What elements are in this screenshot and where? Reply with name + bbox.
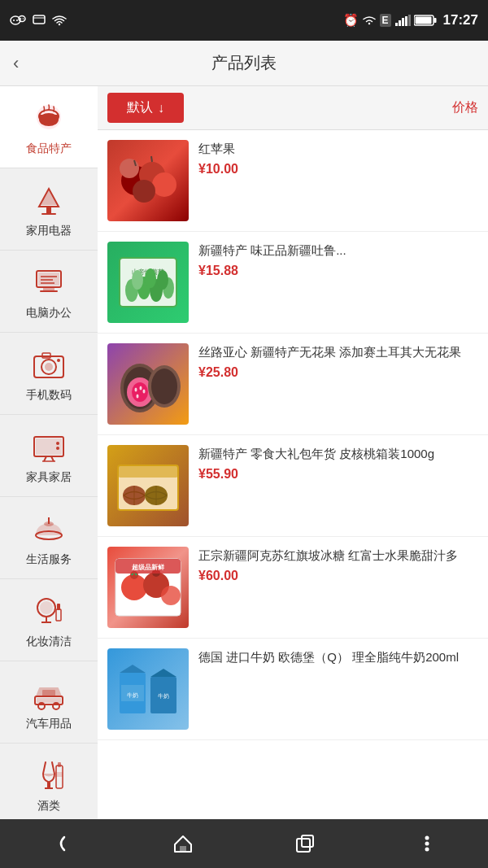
svg-point-82 (135, 388, 137, 392)
filter-bar: 默认 ↓ 价格 (98, 86, 488, 130)
beauty-icon (29, 591, 68, 630)
product-name-5: 正宗新疆阿克苏红旗坡冰糖 红富士水果脆甜汁多 (198, 547, 478, 564)
tv-icon (29, 426, 68, 465)
svg-point-65 (133, 180, 155, 203)
svg-rect-38 (36, 438, 62, 455)
svg-text:牛奶: 牛奶 (127, 692, 138, 699)
table-row[interactable]: 新疆特产 零食大礼包年货 皮核桃箱装1000g ¥55.90 (98, 435, 488, 537)
svg-rect-10 (402, 18, 404, 26)
wifi-icon2 (362, 15, 377, 26)
back-button[interactable]: ‹ (13, 53, 19, 74)
svg-point-114 (425, 842, 429, 846)
sidebar-item-appliance[interactable]: 家用电器 (0, 168, 98, 251)
signal-bars-icon (394, 15, 411, 26)
status-bar: ⏰ E 17:27 (0, 0, 488, 41)
product-image-5: 超级品新鲜 (107, 547, 189, 628)
sidebar-item-wine[interactable]: 酒类 (0, 744, 98, 819)
sidebar-item-auto[interactable]: 汽车用品 (0, 661, 98, 744)
wine-icon (29, 755, 68, 794)
svg-text:牛奶: 牛奶 (158, 693, 169, 700)
svg-point-76 (145, 268, 156, 288)
category-sidebar: 食品特产 家用电器 (0, 86, 98, 819)
sidebar-item-food[interactable]: 食品特产 (0, 86, 98, 168)
svg-marker-103 (120, 665, 146, 673)
svg-point-2 (16, 20, 18, 21)
svg-rect-8 (395, 23, 398, 26)
nav-more-button[interactable] (407, 823, 447, 864)
nav-recent-button[interactable] (285, 823, 325, 864)
filter-price-button[interactable]: 价格 (452, 99, 478, 116)
main-content: 食品特产 家用电器 (0, 86, 488, 819)
computer-icon (29, 262, 68, 301)
sidebar-item-furniture[interactable]: 家具家居 (0, 415, 98, 497)
product-image-4 (107, 445, 189, 526)
e-signal-icon: E (380, 14, 391, 27)
svg-point-48 (40, 601, 53, 614)
svg-point-64 (152, 172, 176, 197)
table-row[interactable]: 红苹果 ¥10.00 (98, 130, 488, 232)
header: ‹ 产品列表 (0, 41, 488, 86)
svg-point-4 (20, 18, 22, 20)
svg-rect-23 (46, 207, 51, 213)
product-info-6: 德国 进口牛奶 欧德堡（Q） 理全脂纯牛奶200ml (198, 648, 478, 670)
product-name-3: 丝路亚心 新疆特产无花果 添加赛土耳其大无花果 (198, 343, 478, 360)
nav-back-button[interactable] (41, 823, 81, 864)
sidebar-item-computer[interactable]: 电脑办公 (0, 251, 98, 333)
alarm-icon: ⏰ (343, 13, 359, 28)
table-row[interactable]: 丝路亚心 新疆特产无花果 添加赛土耳其大无花果 ¥25.80 (98, 334, 488, 435)
product-price-3: ¥25.80 (198, 365, 478, 380)
svg-point-85 (137, 395, 139, 399)
service-icon (29, 508, 68, 547)
svg-point-87 (151, 369, 177, 404)
svg-rect-27 (43, 287, 54, 290)
food-icon (29, 98, 68, 137)
product-info-1: 红苹果 ¥10.00 (198, 140, 478, 177)
product-content: 默认 ↓ 价格 (98, 86, 488, 819)
svg-rect-11 (405, 16, 407, 26)
product-name-4: 新疆特产 零食大礼包年货 皮核桃箱装1000g (198, 445, 478, 462)
svg-point-36 (57, 359, 60, 362)
svg-rect-51 (56, 609, 61, 621)
product-list: 红苹果 ¥10.00 山旁绿葡萄 (98, 130, 488, 819)
sidebar-item-digital[interactable]: 手机数码 (0, 333, 98, 415)
svg-point-84 (143, 390, 146, 394)
bottom-navigation (0, 819, 488, 868)
sidebar-computer-label: 电脑办公 (26, 306, 72, 321)
product-price-5: ¥60.00 (198, 569, 478, 583)
svg-rect-12 (408, 15, 411, 26)
page-title: 产品列表 (211, 52, 277, 74)
sidebar-item-life[interactable]: 生活服务 (0, 497, 98, 579)
svg-point-5 (23, 18, 24, 20)
time-display: 17:27 (443, 12, 478, 28)
svg-point-115 (425, 848, 429, 852)
sidebar-life-label: 生活服务 (26, 552, 72, 567)
svg-rect-24 (41, 213, 56, 215)
svg-rect-57 (42, 690, 55, 696)
svg-rect-60 (58, 762, 61, 767)
car-icon (29, 673, 68, 712)
svg-rect-6 (33, 15, 45, 24)
camera-icon (29, 344, 68, 383)
sidebar-auto-label: 汽车用品 (26, 717, 72, 731)
sort-arrow-icon: ↓ (158, 101, 164, 116)
product-name-6: 德国 进口牛奶 欧德堡（Q） 理全脂纯牛奶200ml (198, 648, 478, 665)
svg-text:超级品新鲜: 超级品新鲜 (132, 563, 165, 571)
table-row[interactable]: 山旁绿葡萄 新疆特产 味正品新疆吐鲁... ¥15.88 (98, 232, 488, 334)
product-image-3 (107, 343, 189, 425)
sidebar-item-beauty[interactable]: 化妆清洁 (0, 579, 98, 661)
svg-rect-15 (434, 18, 436, 23)
table-row[interactable]: 牛奶 牛奶 德国 进口牛奶 欧德堡（Q） 理全脂纯牛奶200ml (98, 639, 488, 740)
sort-default-button[interactable]: 默认 ↓ (107, 93, 184, 123)
svg-marker-107 (150, 669, 176, 677)
svg-point-99 (161, 586, 181, 605)
appliance-icon (29, 180, 68, 219)
product-image-1 (107, 140, 189, 221)
product-info-5: 正宗新疆阿克苏红旗坡冰糖 红富士水果脆甜汁多 ¥60.00 (198, 547, 478, 583)
table-row[interactable]: 超级品新鲜 正宗新疆阿克苏红旗坡冰糖 红富士水果脆甜汁多 ¥60.00 (98, 537, 488, 639)
sidebar-food-label: 食品特产 (26, 142, 72, 156)
product-info-2: 新疆特产 味正品新疆吐鲁... ¥15.88 (198, 242, 478, 278)
sidebar-appliance-label: 家用电器 (26, 224, 72, 238)
nav-home-button[interactable] (163, 823, 203, 864)
svg-point-83 (140, 386, 142, 390)
svg-point-77 (157, 270, 168, 290)
